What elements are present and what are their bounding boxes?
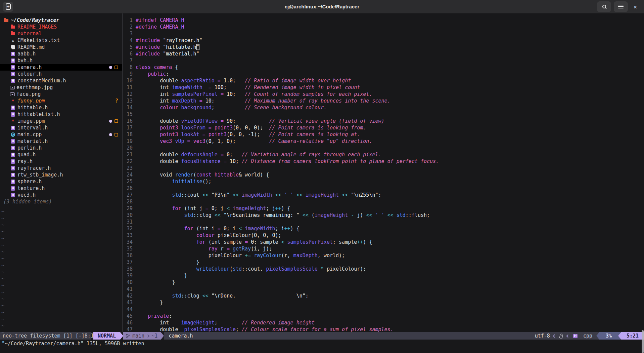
search-button[interactable] (597, 1, 611, 12)
tree-item[interactable]: camera.h (0, 64, 122, 71)
tree-item-label: texture.h (17, 185, 45, 191)
code-token (136, 105, 160, 111)
code-line-31[interactable]: 31 (123, 219, 644, 225)
tree-item[interactable]: hittableList.h (0, 111, 122, 118)
tree-item[interactable]: texture.h (0, 185, 122, 192)
code-line-16[interactable]: 16 double vFieldOfView = 90; // Vertical… (123, 118, 644, 124)
code-line-45[interactable]: 45 private: (123, 313, 644, 319)
code-token: 0 (212, 205, 215, 211)
tree-item[interactable]: hittable.h (0, 104, 122, 111)
tree-item[interactable]: sphere.h (0, 178, 122, 185)
tree-item[interactable]: constantMedium.h (0, 77, 122, 84)
tree-item[interactable]: ray.h (0, 158, 122, 165)
code-line-27[interactable]: 27 std::cout << "P3\n" << imageWidth << … (123, 192, 644, 198)
tree-item[interactable]: rtw_stb_image.h (0, 171, 122, 178)
code-line-24[interactable]: 24 void render(const hittable& world) { (123, 171, 644, 178)
code-line-13[interactable]: 13 int maxDepth = 10; // Maximum number … (123, 97, 644, 104)
code-line-42[interactable]: 42 std::clog << "\rDone. \n"; (123, 292, 644, 299)
code-line-41[interactable]: 41 (123, 286, 644, 292)
code-line-1[interactable]: 1#ifndef CAMERA_H (123, 17, 644, 24)
code-token (230, 246, 233, 252)
code-token: 0 (239, 131, 242, 138)
code-line-21[interactable]: 21 double defocusAngle = 0; // Variation… (123, 151, 644, 158)
git-status-count: ~1 (151, 332, 157, 340)
code-line-10[interactable]: 10 double aspectRatio = 1.0; // Ratio of… (123, 77, 644, 84)
code-line-36[interactable]: 36 pixelColour += rayColour(r, maxDepth,… (123, 252, 644, 259)
tree-item[interactable]: bvh.h (0, 57, 122, 64)
tree-item[interactable]: main.cpp (0, 131, 122, 138)
code-line-40[interactable]: 40 } (123, 279, 644, 286)
tree-item[interactable]: interval.h (0, 124, 122, 131)
code-editor[interactable]: 1#ifndef CAMERA_H2#define CAMERA_H34#inc… (123, 13, 644, 332)
code-line-content: private: (136, 313, 172, 319)
tree-item[interactable]: face.png (0, 91, 122, 97)
terminal-scrollbar-thumb[interactable] (642, 330, 644, 353)
code-line-26[interactable]: 26 (123, 185, 644, 192)
tree-item[interactable]: (3 hidden items) (0, 198, 122, 205)
code-token: = (227, 246, 230, 252)
tree-item[interactable]: rayTracer.h (0, 165, 122, 171)
tree-item[interactable]: quad.h (0, 151, 122, 158)
code-line-47[interactable]: 47 double pixelSamplesScale; // Colour s… (123, 326, 644, 332)
code-line-22[interactable]: 22 double focusDistance = 10; // Distanc… (123, 158, 644, 165)
tree-item[interactable]: ~/Code/Raytracer (0, 17, 122, 24)
git-branch-segment: main ~1 (123, 332, 161, 340)
code-token: pixelSamplesScale (266, 266, 318, 272)
close-window-button[interactable]: ✕ (631, 3, 640, 10)
tree-item[interactable]: aabb.h (0, 50, 122, 57)
code-line-33[interactable]: 33 colour pixelColour(0, 0, 0); (123, 232, 644, 239)
code-line-20[interactable]: 20 (123, 145, 644, 151)
code-line-39[interactable]: 39 } (123, 272, 644, 279)
code-line-23[interactable]: 23 (123, 165, 644, 171)
code-line-6[interactable]: 6#include "material.h" (123, 50, 644, 57)
code-line-30[interactable]: 30 std::clog << "\rScanlines remaining: … (123, 212, 644, 219)
code-line-29[interactable]: 29 for (int j = 0; j < imageHeight; j++)… (123, 205, 644, 212)
code-line-38[interactable]: 38 writeColour(std::cout, pixelSamplesSc… (123, 266, 644, 272)
tree-item[interactable]: README.md (0, 44, 122, 50)
code-line-19[interactable]: 19 vec3 vUp = vec3(0, 1, 0); // Camera-r… (123, 138, 644, 145)
code-line-46[interactable]: 46 int imageHeight; // Rendered image he… (123, 319, 644, 326)
code-line-17[interactable]: 17 point3 lookFrom = point3(0, 0, 0); //… (123, 124, 644, 131)
code-token: 0 (263, 232, 266, 238)
code-token: = (209, 84, 212, 90)
code-line-2[interactable]: 2#define CAMERA_H (123, 24, 644, 30)
code-line-34[interactable]: 34 for (int sample = 0; sample < samples… (123, 239, 644, 245)
tree-item[interactable]: vec3.h (0, 192, 122, 198)
code-token: pixelSamplesScale (184, 326, 236, 332)
code-line-32[interactable]: 32 for (int i = 0; i < imageWidth; i++) … (123, 225, 644, 232)
code-token (136, 232, 196, 238)
tree-item[interactable]: CMakeLists.txt (0, 37, 122, 44)
code-line-14[interactable]: 14 colour background; // Scene backgroun… (123, 104, 644, 111)
code-line-3[interactable]: 3 (123, 30, 644, 37)
code-line-25[interactable]: 25 initialise(); (123, 178, 644, 185)
code-token: (r, (281, 252, 293, 259)
tree-item[interactable]: funny.ppm? (0, 97, 122, 104)
code-line-8[interactable]: 8class camera { (123, 64, 644, 71)
tree-item[interactable]: earthmap.jpg (0, 84, 122, 91)
new-tab-icon: + (6, 3, 11, 10)
code-line-5[interactable]: 5#include "hittable.h" (123, 44, 644, 50)
code-line-37[interactable]: 37 } (123, 259, 644, 266)
code-line-28[interactable]: 28 (123, 198, 644, 205)
tree-item[interactable]: external (0, 30, 122, 37)
code-token: ; (230, 152, 242, 158)
code-line-7[interactable]: 7 (123, 57, 644, 64)
new-tab-button[interactable]: + (3, 2, 13, 12)
code-line-4[interactable]: 4#include "rayTracer.h" (123, 37, 644, 44)
code-line-11[interactable]: 11 int imageWidth = 100; // Rendered ima… (123, 84, 644, 91)
code-token: "hittable.h (163, 44, 196, 50)
code-line-35[interactable]: 35 ray r = getRay(i, j); (123, 245, 644, 252)
tree-item[interactable]: colour.h (0, 71, 122, 77)
menu-button[interactable] (614, 1, 628, 12)
code-line-9[interactable]: 9 public: (123, 71, 644, 77)
tilde-empty-line: ~ (0, 215, 122, 222)
code-line-44[interactable]: 44 (123, 306, 644, 313)
tree-item[interactable]: material.h (0, 138, 122, 145)
tree-item[interactable]: README_IMAGES (0, 24, 122, 30)
code-line-18[interactable]: 18 point3 lookAt = point3(0, 0, -1); // … (123, 131, 644, 138)
tree-item[interactable]: image.ppm (0, 118, 122, 124)
code-line-43[interactable]: 43 } (123, 299, 644, 306)
code-line-12[interactable]: 12 int samplesPerPixel = 10; // Count of… (123, 91, 644, 97)
tree-item[interactable]: perlin.h (0, 145, 122, 151)
code-line-15[interactable]: 15 (123, 111, 644, 118)
